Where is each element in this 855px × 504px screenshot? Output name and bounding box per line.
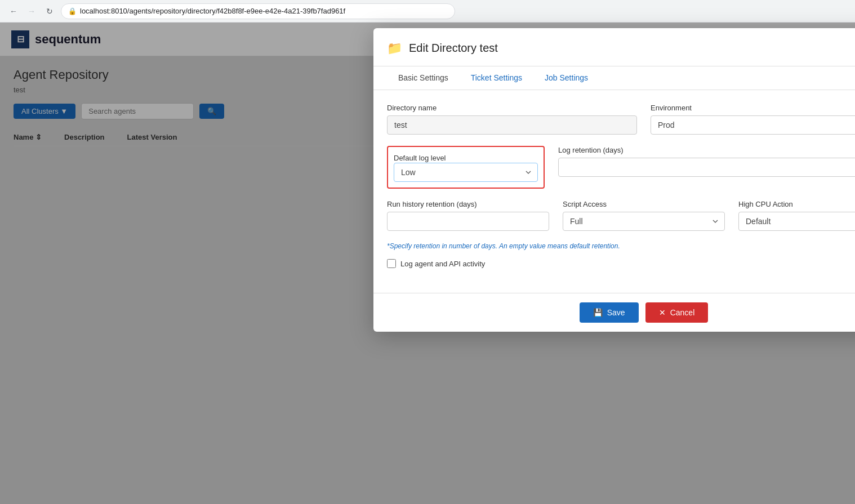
run-history-group: Run history retention (days) <box>387 200 549 231</box>
lock-icon: 🔒 <box>68 7 77 15</box>
dir-name-label: Directory name <box>387 104 637 112</box>
modal-tabs: Basic Settings Ticket Settings Job Setti… <box>373 66 855 90</box>
row-history-script-cpu: Run history retention (days) Script Acce… <box>387 200 855 231</box>
browser-chrome: ← → ↻ 🔒 localhost:8010/agents/repository… <box>0 0 855 23</box>
modal-title: Edit Directory test <box>409 42 855 55</box>
tab-job-settings[interactable]: Job Settings <box>533 66 599 90</box>
save-button[interactable]: 💾 Save <box>580 302 639 323</box>
dir-name-input[interactable] <box>387 115 637 135</box>
log-level-label: Default log level <box>394 154 446 162</box>
edit-directory-modal: 📁 Edit Directory test × Basic Settings T… <box>373 28 855 332</box>
url-text: localhost:8010/agents/repository/directo… <box>80 7 345 15</box>
log-activity-checkbox[interactable] <box>387 259 396 268</box>
run-history-label: Run history retention (days) <box>387 200 549 208</box>
row-name-env: Directory name Environment <box>387 104 855 135</box>
save-label: Save <box>607 308 625 317</box>
run-history-input[interactable] <box>387 212 549 231</box>
forward-button[interactable]: → <box>25 5 38 18</box>
modal-footer: 💾 Save ✕ Cancel <box>373 293 855 332</box>
cancel-button[interactable]: ✕ Cancel <box>645 302 709 323</box>
row-loglevel-retention: Default log level Low Medium High Off Lo… <box>387 146 855 189</box>
log-retention-input[interactable] <box>558 158 855 177</box>
retention-hint: *Specify retention in number of days. An… <box>387 242 855 250</box>
env-label: Environment <box>651 104 855 112</box>
high-cpu-label: High CPU Action <box>738 200 855 208</box>
script-access-select[interactable]: Full Read Only None <box>563 212 725 231</box>
back-button[interactable]: ← <box>7 5 20 18</box>
log-level-select[interactable]: Low Medium High Off <box>394 163 538 182</box>
env-input[interactable] <box>651 115 855 135</box>
log-retention-label: Log retention (days) <box>558 146 855 154</box>
high-cpu-select[interactable]: Default Pause Stop <box>738 212 855 231</box>
cancel-icon: ✕ <box>659 308 666 317</box>
high-cpu-group: High CPU Action Default Pause Stop <box>738 200 855 231</box>
modal-header: 📁 Edit Directory test × <box>373 28 855 66</box>
tab-basic-settings[interactable]: Basic Settings <box>387 66 460 90</box>
log-activity-label: Log agent and API activity <box>400 260 485 268</box>
log-level-group-highlighted: Default log level Low Medium High Off <box>387 146 545 189</box>
dir-name-group: Directory name <box>387 104 637 135</box>
script-access-label: Script Access <box>563 200 725 208</box>
log-activity-row: Log agent and API activity <box>387 259 855 268</box>
log-retention-group: Log retention (days) <box>558 146 855 177</box>
script-access-group: Script Access Full Read Only None <box>563 200 725 231</box>
folder-icon: 📁 <box>387 41 402 56</box>
cancel-label: Cancel <box>670 308 695 317</box>
reload-button[interactable]: ↻ <box>43 5 56 18</box>
env-group: Environment <box>651 104 855 135</box>
tab-ticket-settings[interactable]: Ticket Settings <box>460 66 533 90</box>
address-bar[interactable]: 🔒 localhost:8010/agents/repository/direc… <box>61 3 455 19</box>
save-icon: 💾 <box>593 308 603 317</box>
modal-body: Directory name Environment Default log l… <box>373 90 855 293</box>
